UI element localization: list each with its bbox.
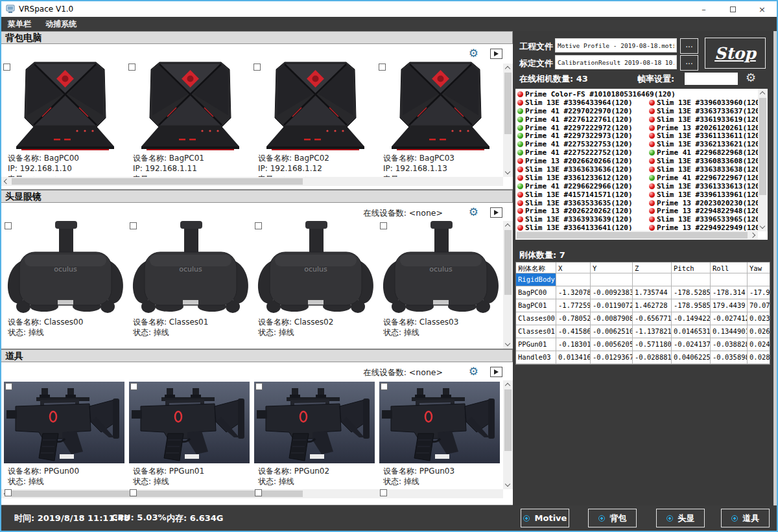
camera-label: Slim 13E #3362133621(120) <box>657 140 764 148</box>
oculus-brand-text: oculus <box>429 265 453 273</box>
camera-list-item[interactable] <box>649 90 764 98</box>
device-checkbox[interactable] <box>381 383 388 390</box>
device-name-label: 设备名称: PPGun01 <box>133 466 253 476</box>
prop-device-card[interactable]: 设备名称: PPGun00 状态: 掉线 <box>3 362 128 505</box>
camera-status-icon <box>517 133 523 139</box>
backpack-device-card[interactable]: 设备名称: BagPC01 IP: 192.168.1.11 电量: <none… <box>128 44 253 187</box>
menu-bar: 菜单栏 动捕系统 <box>1 17 777 31</box>
table-row[interactable]: PPGun01 -0.18301 -0.005620566 -0.5711802… <box>516 338 770 351</box>
gear-icon[interactable]: ⚙ <box>469 207 478 218</box>
horizontal-scrollbar[interactable] <box>1 177 503 186</box>
horizontal-scrollbar[interactable] <box>1 489 503 498</box>
yaw-cell <box>748 273 770 286</box>
camera-list-item[interactable]: Slim 13E #3363833638(120) <box>649 165 764 174</box>
backpack-device-card[interactable]: 设备名称: BagPC03 IP: 192.168.1.13 电量: <none… <box>378 44 503 187</box>
hmd-device-card[interactable]: oculus 设备名称: Classes02 状态: 掉线 <box>253 203 378 345</box>
minimize-button[interactable]: – <box>689 1 718 17</box>
z-cell: -0.5711802 <box>633 338 672 351</box>
menu-item[interactable]: 菜单栏 <box>8 19 31 30</box>
camera-status-icon <box>649 183 655 189</box>
pitch-cell: 0.01465314 <box>672 325 711 338</box>
vertical-scrollbar[interactable] <box>503 64 513 177</box>
camera-list-item[interactable]: Prime 41 #2296722967(120) <box>649 174 764 182</box>
play-button[interactable] <box>490 367 502 377</box>
device-checkbox[interactable] <box>255 489 262 496</box>
hmd-device-card[interactable]: oculus 设备名称: Classes01 状态: 掉线 <box>128 203 253 345</box>
camera-list-item[interactable]: Prime 13 #2294822948(120) <box>649 207 764 215</box>
gear-icon[interactable]: ⚙ <box>469 48 478 59</box>
calibration-browse-button[interactable]: ... <box>680 55 698 71</box>
calibration-file-input[interactable] <box>555 55 677 69</box>
device-checkbox[interactable] <box>255 383 263 390</box>
device-checkbox[interactable] <box>5 383 12 390</box>
camera-status-icon <box>649 125 655 131</box>
camera-list-item[interactable]: Slim 13E #3360833608(120) <box>649 157 764 165</box>
hmd-device-card[interactable]: oculus 设备名称: Classes00 状态: 掉线 <box>3 203 128 345</box>
device-checkbox[interactable] <box>130 222 137 229</box>
backpack-device-card[interactable]: 设备名称: BagPC02 IP: 192.168.1.12 电量: <none… <box>253 44 378 187</box>
camera-list-item[interactable]: Slim 13E #3361333613(120) <box>649 182 764 191</box>
props-button[interactable]: 道具 <box>721 509 770 527</box>
camera-list-item[interactable]: Slim 13E #3396133961(120) <box>649 191 764 199</box>
device-checkbox[interactable] <box>128 64 136 71</box>
camera-list-item[interactable]: Slim 13E #3361933619(120) <box>649 115 764 124</box>
prop-device-card[interactable]: 设备名称: PPGun03 状态: 掉线 <box>378 362 503 505</box>
table-row[interactable]: RigidBody <box>516 273 770 286</box>
table-row[interactable]: Handle03 0.01341676 -0.01293673 -0.02888… <box>516 351 770 364</box>
play-button[interactable] <box>490 49 502 59</box>
table-row[interactable]: Classes01 -0.415862 -0.006251035 -1.1378… <box>516 325 770 338</box>
camera-list-item[interactable]: Slim 13E #3362133621(120) <box>649 140 764 148</box>
device-checkbox[interactable] <box>5 489 12 496</box>
camera-label: Prime 41 #2296722967(120) <box>657 174 764 182</box>
play-icon <box>494 210 499 215</box>
device-name-label: 设备名称: PPGun00 <box>8 466 128 476</box>
vertical-scrollbar[interactable] <box>503 380 513 489</box>
yaw-cell: 0.028 <box>748 351 770 364</box>
device-name-label: 设备名称: Classes01 <box>133 317 253 327</box>
camera-list-item[interactable]: Slim 13E #3396033960(120) <box>649 98 764 107</box>
backpack-device-card[interactable]: 设备名称: BagPC00 IP: 192.168.1.10 电量: <none… <box>3 44 128 187</box>
device-checkbox[interactable] <box>380 489 387 496</box>
play-button[interactable] <box>490 207 502 218</box>
framerate-gear-icon[interactable]: ⚙ <box>746 71 756 84</box>
device-checkbox[interactable] <box>130 383 137 390</box>
table-row[interactable]: BagPC00 -1.320783 -0.009238364 1.735744 … <box>516 286 770 299</box>
backpack-button[interactable]: 背包 <box>588 509 637 527</box>
device-checkbox[interactable] <box>3 64 10 71</box>
camera-list-item[interactable]: Slim 13E #3361133611(120) <box>649 132 764 140</box>
prop-device-card[interactable]: 设备名称: PPGun02 状态: 掉线 <box>253 362 378 505</box>
device-checkbox[interactable] <box>379 64 386 71</box>
table-header-cell: X <box>556 262 591 273</box>
project-file-input[interactable] <box>555 38 677 52</box>
device-name-label: 设备名称: BagPC00 <box>8 153 128 163</box>
table-row[interactable]: BagPC01 -1.772592 -0.01190723 1.462728 -… <box>516 299 770 312</box>
camera-list-hscrollbar[interactable] <box>515 231 758 240</box>
camera-list-item[interactable]: Prime 13 #2026120261(120) <box>649 124 764 132</box>
project-browse-button[interactable]: ... <box>680 38 698 54</box>
gear-icon[interactable]: ⚙ <box>469 366 478 377</box>
camera-list[interactable]: Prime Color-FS #10101805316469(120) Slim… <box>515 89 768 240</box>
device-checkbox[interactable] <box>255 222 262 229</box>
camera-list-vscrollbar[interactable] <box>758 89 768 231</box>
stop-button[interactable]: Stop <box>705 38 766 69</box>
camera-list-item[interactable]: Slim 13E #3396533965(120) <box>649 215 764 224</box>
device-checkbox[interactable] <box>5 222 12 229</box>
device-checkbox[interactable] <box>380 222 387 229</box>
framerate-input[interactable] <box>685 73 738 85</box>
motive-button[interactable]: Motive <box>521 509 569 527</box>
yaw-cell: 70.07 <box>748 299 770 312</box>
menu-item[interactable]: 动捕系统 <box>45 19 77 30</box>
hmd-device-card[interactable]: oculus 设备名称: Classes03 状态: 掉线 <box>378 203 503 345</box>
hmd-button[interactable]: 头显 <box>656 509 705 527</box>
device-checkbox[interactable] <box>253 64 261 71</box>
table-row[interactable]: Classes00 -0.780524 -0.00879086 -0.65677… <box>516 312 770 325</box>
hmd-image: oculus <box>4 220 127 318</box>
vertical-scrollbar[interactable] <box>503 221 513 349</box>
camera-list-item[interactable]: Slim 13E #3363733637(120) <box>649 107 764 115</box>
close-button[interactable]: × <box>748 1 777 17</box>
maximize-button[interactable] <box>718 1 748 17</box>
device-checkbox[interactable] <box>130 489 137 496</box>
camera-list-item[interactable]: Prime 41 #2296822968(120) <box>649 148 764 157</box>
camera-list-item[interactable]: Prime 13 #2023020230(120) <box>649 199 764 207</box>
prop-device-card[interactable]: 设备名称: PPGun01 状态: 掉线 <box>128 362 253 505</box>
